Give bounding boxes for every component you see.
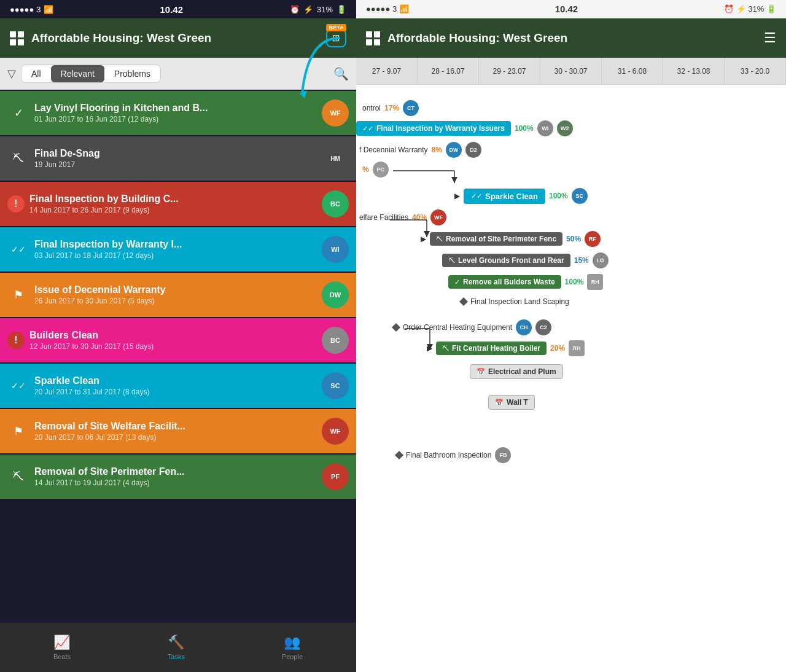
gantt-label-5: Sparkle Clean	[485, 192, 538, 201]
gantt-row-13: 📅 Electrical and Plum	[470, 364, 563, 379]
gantt-text-6: elfare Facilities	[359, 213, 408, 222]
gantt-row-9: ✓ Remove all Bulders Waste 100% RH	[448, 274, 603, 290]
nav-tasks[interactable]: 🔨 Tasks	[168, 635, 185, 660]
task-icon-6: !	[7, 332, 25, 349]
task-date-6: 12 Jun 2017 to 30 Jun 2017 (15 days)	[29, 342, 322, 351]
gantt-av-3b: D2	[465, 142, 481, 158]
gantt-label-13: Electrical and Plum	[488, 367, 556, 376]
beta-button[interactable]: BETA ⊞	[326, 29, 346, 47]
gantt-av-15: FB	[495, 447, 511, 463]
task-date-3: 14 Jun 2017 to 26 Jun 2017 (9 days)	[29, 206, 322, 214]
gantt-box-9[interactable]: ✓ Remove all Bulders Waste	[448, 275, 561, 289]
gantt-row-15: Final Bathroom Inspection FB	[396, 447, 511, 463]
search-icon[interactable]: 🔍	[333, 66, 349, 81]
task-title-5: Issue of Decennial Warranty	[34, 284, 322, 295]
task-avatar-6: BC	[322, 327, 349, 354]
task-title-4: Final Inspection by Warranty I...	[34, 239, 322, 250]
gantt-box-13[interactable]: 📅 Electrical and Plum	[470, 364, 563, 379]
right-status-right: ⏰ ⚡ 31% 🔋	[724, 4, 776, 14]
task-icon-7: ✓✓	[7, 375, 29, 397]
gantt-av-1: CT	[403, 100, 419, 116]
gantt-badge-9: RH	[587, 274, 603, 290]
tab-all[interactable]: All	[21, 65, 51, 82]
gantt-box-12[interactable]: ⛏ Fit Central Heating Boiler	[436, 342, 547, 355]
gantt-box-5[interactable]: ✓✓ Sparkle Clean	[464, 189, 545, 204]
gantt-label-7: Removal of Site Perimeter Fenc	[446, 235, 556, 243]
task-icon-4: ✓✓	[7, 238, 29, 260]
task-list: ✓ Lay Vinyl Flooring in Kitchen and B...…	[0, 90, 356, 623]
gantt-av-7: RF	[585, 231, 601, 247]
task-title-1: Lay Vinyl Flooring in Kitchen and B...	[34, 103, 322, 114]
gantt-label-14: Wall T	[507, 398, 528, 407]
gantt-pct-5: 100%	[549, 192, 568, 200]
task-content-5: Issue of Decennial Warranty 26 Jun 2017 …	[34, 284, 322, 305]
task-item-4[interactable]: ✓✓ Final Inspection by Warranty I... 03 …	[0, 227, 356, 272]
timeline-col-1: 27 - 9.07	[356, 58, 418, 84]
hamburger-menu[interactable]: ☰	[764, 30, 776, 46]
task-item-2[interactable]: ⛏ Final De-Snag 19 Jun 2017 HM	[0, 136, 356, 181]
task-avatar-2: HM	[322, 145, 349, 172]
gantt-pct-12: 20%	[550, 344, 565, 353]
gantt-box-2[interactable]: ✓✓ Final Inspection by Warranty Issuers	[356, 121, 511, 136]
wifi-icon: 📶	[44, 5, 53, 14]
battery-icon: 🔋	[337, 5, 346, 14]
gantt-av-2: WI	[537, 120, 553, 136]
task-title-6: Builders Clean	[29, 330, 322, 341]
task-content-9: Removal of Site Perimeter Fen... 14 Jul …	[34, 466, 322, 487]
task-content-6: Builders Clean 12 Jun 2017 to 30 Jun 201…	[29, 330, 322, 351]
task-item-1[interactable]: ✓ Lay Vinyl Flooring in Kitchen and B...…	[0, 91, 356, 135]
nav-people[interactable]: 👥 People	[282, 635, 303, 660]
tasks-label: Tasks	[168, 653, 185, 660]
gantt-box-8[interactable]: ⛏ Level Grounds Front and Rear	[442, 254, 570, 267]
task-icon-5: ⚑	[7, 284, 29, 306]
svg-marker-3	[451, 177, 457, 183]
tab-problems[interactable]: Problems	[104, 65, 160, 82]
view-toggle-icon: ⊞	[332, 33, 340, 43]
tab-relevant[interactable]: Relevant	[51, 65, 104, 82]
gantt-row-11: Order Central Heating Equipment CH C2	[393, 319, 551, 335]
gantt-row-7: ▶ ⛏ Removal of Site Perimeter Fenc 50% R…	[421, 231, 601, 247]
diamond-15	[395, 451, 403, 459]
task-item-8[interactable]: ⚑ Removal of Site Welfare Facilit... 20 …	[0, 409, 356, 453]
gantt-row-12: ▶ ⛏ Fit Central Heating Boiler 20% RH	[427, 340, 585, 356]
task-date-8: 20 Jun 2017 to 06 Jul 2017 (13 days)	[34, 433, 322, 442]
task-avatar-9: PF	[322, 463, 349, 490]
diamond-11	[392, 323, 400, 332]
task-item-6[interactable]: ! Builders Clean 12 Jun 2017 to 30 Jun 2…	[0, 318, 356, 362]
gantt-pct-4: %	[362, 165, 369, 174]
task-title-8: Removal of Site Welfare Facilit...	[34, 421, 322, 432]
alarm-icon: ⏰	[290, 5, 300, 14]
gantt-av-11b: C2	[535, 319, 551, 335]
left-time: 10.42	[160, 4, 183, 15]
task-title-3: Final Inspection by Building C...	[29, 193, 322, 205]
right-status-bar: ●●●●● 3 📶 10.42 ⏰ ⚡ 31% 🔋	[356, 0, 786, 18]
gantt-pct-3: 8%	[432, 146, 442, 154]
gantt-box-14[interactable]: 📅 Wall T	[488, 395, 535, 410]
task-item-9[interactable]: ⛏ Removal of Site Perimeter Fen... 14 Ju…	[0, 455, 356, 499]
task-item-7[interactable]: ✓✓ Sparkle Clean 20 Jul 2017 to 31 Jul 2…	[0, 364, 356, 408]
task-item-5[interactable]: ⚑ Issue of Decennial Warranty 26 Jun 201…	[0, 273, 356, 317]
gantt-row-1: ontrol 17% CT	[362, 100, 419, 116]
right-bt: ⚡	[736, 4, 749, 14]
bluetooth-icon: ⚡	[303, 5, 313, 14]
right-logo-sq-3	[366, 39, 372, 45]
task-avatar-5: DW	[322, 281, 349, 308]
gantt-label-8: Level Grounds Front and Rear	[458, 256, 564, 265]
logo-sq-1	[10, 31, 16, 37]
signal-dots: ●●●●●	[10, 5, 34, 14]
timeline-col-3: 29 - 23.07	[479, 58, 540, 84]
gantt-av-8: LG	[593, 252, 609, 268]
logo-sq-2	[18, 31, 24, 37]
task-date-1: 01 Jun 2017 to 16 Jun 2017 (12 days)	[34, 115, 322, 123]
left-status-bar: ●●●●● 3 📶 10.42 ⏰ ⚡ 31% 🔋	[0, 0, 356, 18]
gantt-row-10: Final Inspection Land Scaping	[461, 297, 569, 306]
task-date-5: 26 Jun 2017 to 30 Jun 2017 (5 days)	[34, 297, 322, 305]
gantt-box-7[interactable]: ⛏ Removal of Site Perimeter Fenc	[430, 232, 562, 246]
nav-beats[interactable]: 📈 Beats	[53, 635, 71, 660]
right-logo-sq-4	[374, 39, 380, 45]
task-item-3[interactable]: ! Final Inspection by Building C... 14 J…	[0, 182, 356, 226]
task-content-2: Final De-Snag 19 Jun 2017	[34, 148, 322, 169]
filter-icon[interactable]: ▽	[7, 67, 16, 80]
logo-sq-3	[10, 39, 16, 45]
gantt-text-10: Final Inspection Land Scaping	[470, 297, 569, 306]
